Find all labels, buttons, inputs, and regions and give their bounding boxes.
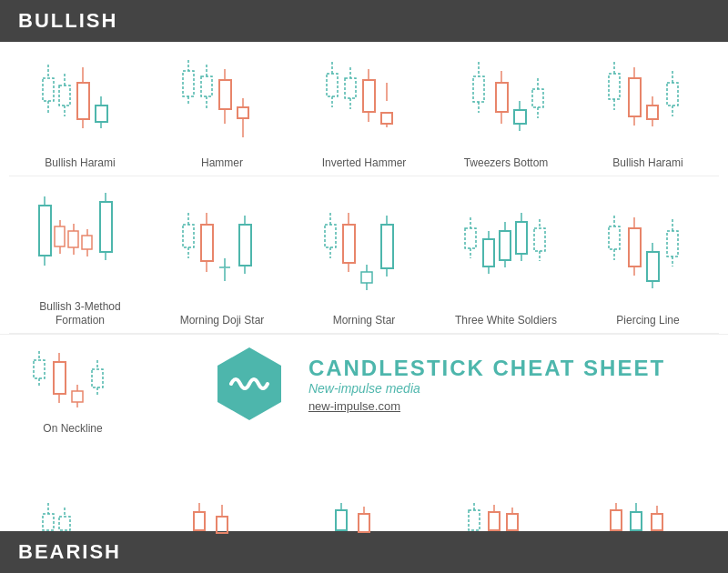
brand-text: CANDLESTICK CHEAT SHEET New-impulse medi…: [308, 356, 665, 413]
svg-rect-97: [381, 225, 393, 268]
bullish-harami-2-chart: [598, 51, 698, 151]
label-three-white-soldiers: Three White Soldiers: [455, 314, 557, 328]
svg-rect-61: [39, 206, 51, 256]
svg-rect-150: [359, 514, 369, 532]
svg-rect-106: [500, 231, 511, 260]
label-morning-doji-star: Morning Doji Star: [180, 314, 265, 328]
label-bullish-3method: Bullish 3-Method Formation: [16, 300, 144, 328]
svg-rect-52: [629, 78, 641, 116]
svg-rect-7: [77, 83, 89, 119]
pattern-tweezers-bottom: Tweezers Bottom: [442, 51, 570, 171]
bearish-pattern-1: [30, 503, 130, 535]
svg-rect-37: [473, 76, 484, 102]
pattern-bullish-harami-2: Bullish Harami: [584, 51, 712, 171]
three-white-soldiers-chart: [456, 199, 556, 308]
bearish-pattern-2: [172, 503, 272, 535]
svg-rect-136: [92, 369, 103, 387]
svg-rect-55: [647, 106, 658, 119]
svg-rect-73: [100, 202, 112, 252]
row2-patterns: Bullish 3-Method Formation Morning Doji …: [0, 176, 728, 333]
piercing-line-chart: [598, 199, 698, 308]
svg-rect-49: [609, 74, 620, 99]
svg-rect-25: [327, 74, 338, 96]
pattern-bullish-harami-1: Bullish Harami: [16, 51, 144, 171]
on-neckline-chart: [23, 344, 123, 417]
bearish-pattern-4: [456, 503, 556, 535]
svg-rect-109: [516, 222, 527, 254]
pattern-three-white-soldiers: Three White Soldiers: [442, 199, 570, 328]
svg-rect-154: [489, 512, 500, 530]
label-bullish-harami-1: Bullish Harami: [45, 156, 115, 171]
svg-rect-152: [469, 510, 480, 530]
svg-rect-4: [59, 85, 70, 106]
svg-rect-91: [343, 225, 355, 263]
brand-subtitle: New-impulse media: [308, 381, 665, 396]
bearish-header: BEARISH: [0, 531, 728, 573]
svg-rect-13: [183, 71, 194, 96]
svg-rect-127: [34, 360, 45, 378]
svg-rect-79: [201, 225, 213, 261]
tweezers-bottom-chart: [456, 51, 556, 151]
svg-rect-160: [631, 512, 642, 530]
svg-rect-115: [609, 226, 620, 249]
svg-rect-46: [532, 89, 543, 107]
pattern-morning-star: Morning Star: [300, 199, 428, 328]
svg-rect-85: [239, 225, 251, 266]
label-piercing-line: Piercing Line: [616, 314, 679, 328]
pattern-morning-doji-star: Morning Doji Star: [158, 199, 286, 328]
svg-rect-112: [534, 228, 545, 251]
svg-rect-1: [43, 78, 54, 101]
brand-name: CANDLESTICK CHEAT SHEET: [308, 356, 665, 381]
svg-rect-28: [345, 78, 356, 98]
svg-rect-10: [96, 106, 107, 122]
bottom-section: On Neckline CANDLESTICK CHEAT SHEET New-…: [0, 334, 728, 434]
pattern-on-neckline: On Neckline: [0, 335, 146, 434]
brand-url: new-impulse.com: [308, 399, 665, 413]
svg-rect-146: [217, 517, 228, 533]
svg-rect-16: [201, 76, 212, 96]
bullish-3method-chart: [28, 186, 133, 295]
svg-rect-118: [629, 228, 641, 266]
svg-rect-64: [55, 226, 65, 246]
label-morning-star: Morning Star: [333, 314, 396, 328]
svg-rect-94: [361, 272, 372, 283]
svg-rect-103: [483, 239, 494, 266]
svg-rect-88: [325, 225, 336, 247]
bullish-header: BULLISH: [0, 0, 728, 42]
svg-rect-43: [514, 110, 526, 124]
label-tweezers-bottom: Tweezers Bottom: [464, 156, 549, 171]
label-bullish-harami-2: Bullish Harami: [612, 156, 682, 171]
svg-rect-67: [68, 231, 78, 247]
svg-rect-70: [82, 236, 92, 249]
bearish-row-partial: [0, 503, 728, 535]
svg-rect-148: [336, 510, 347, 530]
svg-rect-130: [54, 362, 66, 394]
svg-rect-100: [465, 228, 476, 248]
svg-rect-22: [238, 107, 248, 118]
label-inverted-hammer: Inverted Hammer: [322, 156, 407, 171]
bullish-harami-1-chart: [30, 51, 130, 151]
row1-patterns: Bullish Harami Hammer: [0, 42, 728, 176]
svg-rect-142: [59, 517, 70, 530]
bearish-pattern-3: [314, 503, 414, 535]
svg-rect-133: [72, 391, 83, 402]
hammer-chart: [172, 51, 272, 151]
logo-hexagon: [208, 343, 290, 425]
inverted-hammer-chart: [314, 51, 414, 151]
pattern-hammer: Hammer: [158, 51, 286, 171]
svg-rect-19: [219, 80, 231, 109]
pattern-bullish-3method: Bullish 3-Method Formation: [16, 186, 144, 328]
svg-rect-144: [194, 512, 205, 530]
svg-rect-156: [507, 514, 518, 530]
pattern-piercing-line: Piercing Line: [584, 199, 712, 328]
svg-rect-158: [611, 510, 622, 530]
morning-doji-star-chart: [172, 199, 272, 308]
svg-rect-124: [667, 231, 678, 256]
svg-rect-40: [496, 83, 508, 112]
bearish-pattern-5: [598, 503, 698, 535]
svg-rect-76: [183, 225, 194, 247]
morning-star-chart: [314, 199, 414, 308]
svg-rect-34: [381, 113, 392, 124]
logo-area: CANDLESTICK CHEAT SHEET New-impulse medi…: [146, 335, 728, 434]
label-on-neckline: On Neckline: [43, 422, 102, 437]
